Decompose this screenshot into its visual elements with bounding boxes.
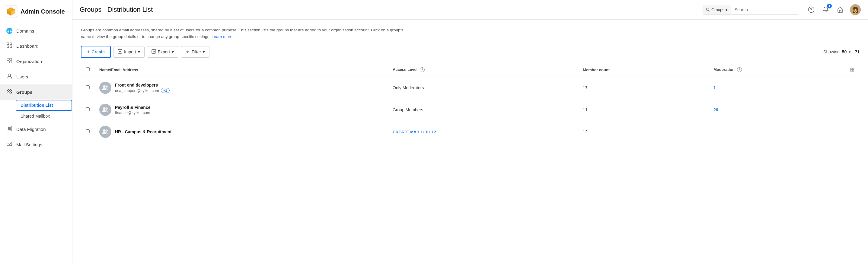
create-button[interactable]: + Create — [81, 46, 111, 58]
sidebar-item-organization[interactable]: Organization — [0, 54, 72, 69]
sidebar-item-label: Groups — [16, 90, 32, 95]
moderation-help-icon[interactable]: ? — [737, 67, 742, 72]
sidebar-item-distribution-list[interactable]: Distribution List — [16, 100, 72, 111]
table-row: HR - Campus & Recruitment CREATE MAIL GR… — [81, 121, 860, 143]
sidebar-nav: 🌐 Domains Dashboard Organization Users — [0, 23, 72, 263]
svg-rect-4 — [10, 46, 12, 48]
sidebar-header: Admin Console — [0, 0, 72, 23]
filter-icon — [185, 49, 190, 55]
sidebar-item-groups[interactable]: Groups — [0, 85, 72, 100]
export-button[interactable]: Export ▾ — [147, 46, 178, 58]
th-moderation: Moderation ? — [709, 63, 844, 77]
row-checkbox[interactable] — [86, 129, 90, 133]
columns-settings-icon[interactable]: ⊞ — [850, 67, 855, 73]
chevron-down-icon: ▾ — [725, 7, 728, 12]
member-count-cell: 12 — [578, 121, 709, 143]
svg-rect-13 — [7, 142, 12, 146]
name-cell: HR - Campus & Recruitment — [94, 121, 388, 143]
home-button[interactable] — [835, 5, 845, 14]
svg-point-20 — [105, 85, 108, 88]
svg-point-23 — [103, 129, 105, 132]
globe-icon: 🌐 — [6, 28, 13, 34]
row-checkbox[interactable] — [86, 85, 90, 89]
th-members: Member count — [578, 63, 709, 77]
filter-button[interactable]: Filter ▾ — [181, 46, 210, 58]
table-row: Payroll & Finance finance@zylker.com Gro… — [81, 99, 860, 121]
search-filter-label: Groups — [711, 7, 724, 12]
home-icon — [837, 6, 843, 13]
group-avatar — [99, 104, 112, 116]
moderation-cell: - — [709, 121, 844, 143]
filter-chevron-icon: ▾ — [203, 50, 205, 54]
toolbar: + Create Import ▾ Export ▾ — [81, 46, 860, 58]
sidebar-item-shared-mailbox[interactable]: Shared Mailbox — [16, 111, 72, 122]
sidebar-item-label: Users — [16, 74, 28, 79]
svg-rect-5 — [7, 58, 9, 60]
svg-rect-3 — [7, 46, 9, 48]
group-email: finance@zylker.com — [115, 110, 150, 115]
content-area: Groups are common email addresses, share… — [72, 20, 868, 263]
group-avatar — [99, 82, 112, 94]
th-name: Name/Email Address — [94, 63, 388, 77]
sidebar-item-label: Dashboard — [16, 43, 38, 48]
main-content: Groups - Distribution List Groups ▾ 1 👩 — [72, 0, 868, 263]
extra-emails-badge[interactable]: +1 — [161, 88, 169, 93]
access-help-icon[interactable]: ? — [420, 67, 425, 72]
svg-rect-2 — [10, 43, 12, 45]
import-chevron-icon: ▾ — [138, 50, 140, 54]
svg-point-10 — [7, 90, 9, 91]
group-avatar — [99, 126, 112, 138]
dashboard-icon — [6, 42, 13, 50]
export-chevron-icon: ▾ — [172, 50, 174, 54]
user-avatar[interactable]: 👩 — [850, 4, 861, 15]
th-actions: ⊞ — [844, 63, 860, 77]
search-filter-button[interactable]: Groups ▾ — [703, 5, 731, 14]
sidebar-item-dashboard[interactable]: Dashboard — [0, 38, 72, 54]
sidebar: Admin Console 🌐 Domains Dashboard Organi… — [0, 0, 72, 263]
sidebar-item-data-migration[interactable]: Data Migration — [0, 122, 72, 137]
svg-point-19 — [103, 85, 105, 88]
svg-point-24 — [105, 129, 108, 132]
mail-settings-icon — [6, 141, 13, 148]
user-icon — [6, 73, 13, 80]
import-icon — [118, 49, 122, 55]
group-name[interactable]: HR - Campus & Recruitment — [115, 129, 172, 134]
svg-rect-8 — [10, 61, 12, 63]
notification-button[interactable]: 1 — [821, 5, 831, 14]
question-icon — [808, 6, 814, 13]
row-checkbox[interactable] — [86, 107, 90, 111]
moderation-cell: 26 — [709, 99, 844, 121]
search-input[interactable] — [731, 5, 799, 14]
groups-icon — [6, 89, 13, 96]
group-name[interactable]: Payroll & Finance — [115, 105, 150, 110]
row-action-cell — [844, 77, 860, 99]
svg-point-11 — [10, 90, 11, 91]
sidebar-item-label: Data Migration — [16, 127, 46, 132]
help-button[interactable] — [806, 5, 816, 14]
select-all-checkbox[interactable] — [86, 67, 90, 71]
export-icon — [152, 49, 156, 55]
sidebar-item-mail-settings[interactable]: Mail Settings — [0, 137, 72, 152]
learn-more-link[interactable]: Learn more — [212, 34, 232, 39]
access-level-cell: Group Members — [388, 99, 578, 121]
group-name[interactable]: Front end developers — [115, 83, 169, 88]
topbar: Groups - Distribution List Groups ▾ 1 👩 — [72, 0, 868, 20]
groups-sub-nav: Distribution List Shared Mailbox — [0, 100, 72, 122]
sidebar-item-domains[interactable]: 🌐 Domains — [0, 23, 72, 38]
data-migration-icon — [6, 126, 13, 133]
svg-point-21 — [103, 107, 105, 110]
member-count-cell: 17 — [578, 77, 709, 99]
table-row: Front end developers usa_support@zylker.… — [81, 77, 860, 99]
sidebar-item-label: Organization — [16, 59, 42, 64]
sidebar-item-label: Domains — [16, 28, 34, 33]
svg-rect-6 — [10, 58, 12, 60]
import-button[interactable]: Import ▾ — [113, 46, 145, 58]
row-action-cell — [844, 99, 860, 121]
app-logo-icon — [5, 5, 17, 18]
sidebar-item-users[interactable]: Users — [0, 69, 72, 85]
groups-table: Name/Email Address Access Level ? Member… — [81, 63, 860, 143]
access-level-cell: Only Moderators — [388, 77, 578, 99]
row-checkbox-cell — [81, 99, 94, 121]
group-email: usa_support@zylker.com +1 — [115, 88, 169, 93]
svg-rect-1 — [7, 43, 9, 45]
